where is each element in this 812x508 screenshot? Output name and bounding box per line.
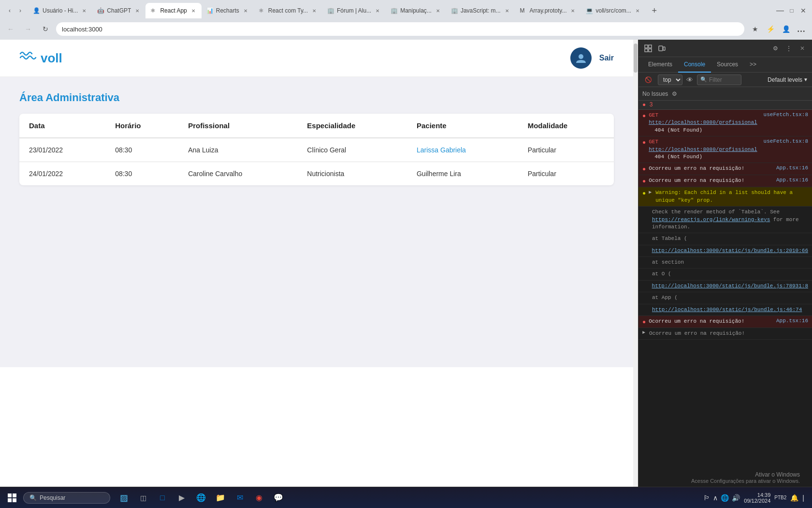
- console-source-0[interactable]: useFetch.tsx:8: [764, 112, 808, 118]
- no-issues-gear-icon[interactable]: ⚙: [672, 90, 677, 97]
- console-entry-info-3: at section: [638, 257, 812, 269]
- browser-tab-2[interactable]: ⚛React App✕: [145, 3, 201, 18]
- taskbar-app-vscode[interactable]: □: [154, 489, 171, 507]
- taskbar-time[interactable]: 14:39 09/12/2024: [744, 492, 770, 504]
- taskbar-app-folder[interactable]: 📁: [212, 489, 229, 507]
- browser-chrome: ‹ › 👤Usuário - Hi...✕🤖ChatGPT✕⚛React App…: [0, 0, 812, 40]
- taskbar-lang-icon[interactable]: PTB2: [774, 495, 786, 500]
- browser-tab-4[interactable]: ⚛React com Ty...✕: [254, 3, 322, 18]
- console-source-err3[interactable]: App.tsx:16: [776, 318, 808, 324]
- devtools-close-btn[interactable]: ✕: [797, 43, 808, 54]
- devtools-eye-icon[interactable]: 👁: [686, 76, 693, 84]
- filter-input[interactable]: [709, 76, 738, 83]
- collapse-icon-bottom[interactable]: ►: [642, 330, 645, 335]
- taskbar-app-whatsapp[interactable]: 💬: [270, 489, 287, 507]
- console-link-0[interactable]: http://localhost:8080/profissional: [649, 120, 757, 125]
- new-tab-button[interactable]: +: [648, 4, 661, 17]
- address-bar-row: ← → ↻ localhost:3000 ★ ⚡ 👤 …: [0, 18, 812, 40]
- taskbar-app-terminal[interactable]: ▶: [173, 489, 190, 507]
- svg-rect-10: [13, 498, 16, 502]
- console-source-3[interactable]: App.tsx:16: [776, 177, 808, 183]
- levels-label: Default levels: [768, 76, 802, 83]
- console-entry-1: ●GET http://localhost:8080/profissional4…: [638, 136, 812, 163]
- account-icon[interactable]: 👤: [779, 22, 793, 36]
- console-entry-4: ●▶Warning: Each child in a list should h…: [638, 187, 812, 207]
- browser-tab-1[interactable]: 🤖ChatGPT✕: [92, 3, 145, 18]
- devtools-inspect-btn[interactable]: [642, 43, 654, 54]
- tab-close-4[interactable]: ✕: [311, 7, 318, 14]
- taskbar-flag-icon[interactable]: 🏳: [703, 494, 710, 502]
- browser-tab-0[interactable]: 👤Usuário - Hi...✕: [28, 3, 92, 18]
- tab-close-6[interactable]: ✕: [435, 7, 441, 14]
- extensions-icon[interactable]: ⚡: [764, 22, 777, 36]
- collapse-icon-4[interactable]: ▶: [649, 189, 652, 195]
- start-button[interactable]: [2, 493, 22, 502]
- levels-selector[interactable]: Default levels ▼: [768, 76, 808, 83]
- patient-link-0[interactable]: Larissa Gabriela: [417, 146, 466, 154]
- browser-tab-5[interactable]: 🏢Fórum | Alu...✕: [322, 3, 386, 18]
- taskbar-up-icon[interactable]: ∧: [713, 494, 718, 502]
- tab-close-1[interactable]: ✕: [134, 7, 141, 14]
- browser-tab-8[interactable]: MArray.prototy...✕: [515, 3, 581, 18]
- tab-close-0[interactable]: ✕: [81, 7, 87, 14]
- forward-button[interactable]: →: [21, 22, 35, 36]
- console-filter[interactable]: 🔍: [697, 75, 741, 85]
- reactjs-link[interactable]: https://reactjs.org/link/warning-keys: [652, 217, 770, 223]
- address-input[interactable]: localhost:3000: [56, 22, 744, 36]
- browser-tab-9[interactable]: 💻voll/src/com...✕: [581, 3, 645, 18]
- console-link-1[interactable]: http://localhost:8080/profissional: [649, 147, 757, 152]
- devtools-more-btn[interactable]: ⋮: [783, 43, 795, 54]
- browser-tab-6[interactable]: 🏢Manipulaç...✕: [386, 3, 446, 18]
- tab-close-3[interactable]: ✕: [242, 7, 249, 14]
- devtools-device-btn[interactable]: [656, 43, 667, 54]
- sair-button[interactable]: Sair: [599, 54, 614, 62]
- svg-rect-1: [645, 45, 648, 48]
- back-button[interactable]: ←: [4, 22, 17, 36]
- browser-tab-7[interactable]: 🏢JavaScript: m...✕: [446, 3, 515, 18]
- tab-close-2[interactable]: ✕: [190, 7, 197, 14]
- console-clear-btn[interactable]: 🚫: [642, 74, 654, 86]
- devtools-settings-btn[interactable]: ⚙: [769, 43, 781, 54]
- cell-profissional-0: Ana Luiza: [178, 138, 297, 162]
- tab-close-9[interactable]: ✕: [634, 7, 641, 14]
- devtools-console[interactable]: ● 3●GET http://localhost:8080/profission…: [638, 101, 812, 487]
- taskbar-network-icon[interactable]: 🌐: [721, 494, 729, 502]
- page-scrollbar[interactable]: [633, 40, 638, 487]
- console-source-1[interactable]: useFetch.tsx:8: [764, 138, 808, 144]
- col-modalidade: Modalidade: [518, 114, 614, 138]
- tab-back-btn[interactable]: ‹: [5, 6, 14, 15]
- tab-console[interactable]: Console: [678, 57, 711, 73]
- reload-button[interactable]: ↻: [39, 22, 52, 36]
- taskbar-show-desktop[interactable]: |: [802, 494, 804, 502]
- devtools-context-select[interactable]: top: [658, 75, 682, 85]
- minimize-button[interactable]: —: [775, 6, 785, 15]
- tab-more[interactable]: >>: [744, 57, 762, 73]
- taskbar-volume-icon[interactable]: 🔊: [732, 494, 740, 502]
- tab-sources[interactable]: Sources: [711, 57, 744, 73]
- close-button[interactable]: ✕: [798, 6, 808, 15]
- browser-tab-3[interactable]: 📊Recharts✕: [202, 3, 254, 18]
- console-source-2[interactable]: App.tsx:16: [776, 165, 808, 171]
- taskbar-search[interactable]: 🔍 Pesquisar: [23, 492, 110, 504]
- bookmark-icon[interactable]: ★: [748, 22, 762, 36]
- tab-elements[interactable]: Elements: [642, 57, 678, 73]
- bundle-link-3[interactable]: http://localhost:3000/static/js/bundle.j…: [652, 307, 802, 313]
- taskbar-app-widgets[interactable]: ▨: [115, 489, 132, 507]
- taskbar-app-edge[interactable]: 🌐: [192, 489, 210, 507]
- maximize-button[interactable]: □: [787, 6, 797, 15]
- taskbar-app-chrome[interactable]: ◉: [250, 489, 268, 507]
- tab-close-8[interactable]: ✕: [569, 7, 576, 14]
- more-icon[interactable]: …: [795, 22, 808, 36]
- tab-favicon-5: 🏢: [327, 7, 334, 14]
- bundle-link-2[interactable]: http://localhost:3000/static/js/bundle.j…: [652, 283, 808, 289]
- appointments-table: Data Horário Profissional Especialidade …: [19, 114, 614, 185]
- tab-close-7[interactable]: ✕: [504, 7, 510, 14]
- taskbar-notification-icon[interactable]: 🔔: [790, 494, 798, 502]
- logo-text: voll: [19, 50, 62, 66]
- bundle-link-1[interactable]: http://localhost:3000/static/js/bundle.j…: [652, 248, 808, 254]
- tab-close-5[interactable]: ✕: [374, 7, 381, 14]
- taskbar-app-multitask[interactable]: ◫: [134, 489, 152, 507]
- tab-forward-btn[interactable]: ›: [15, 6, 25, 15]
- scrollbar-thumb[interactable]: [634, 44, 638, 73]
- taskbar-app-outlook[interactable]: ✉: [231, 489, 248, 507]
